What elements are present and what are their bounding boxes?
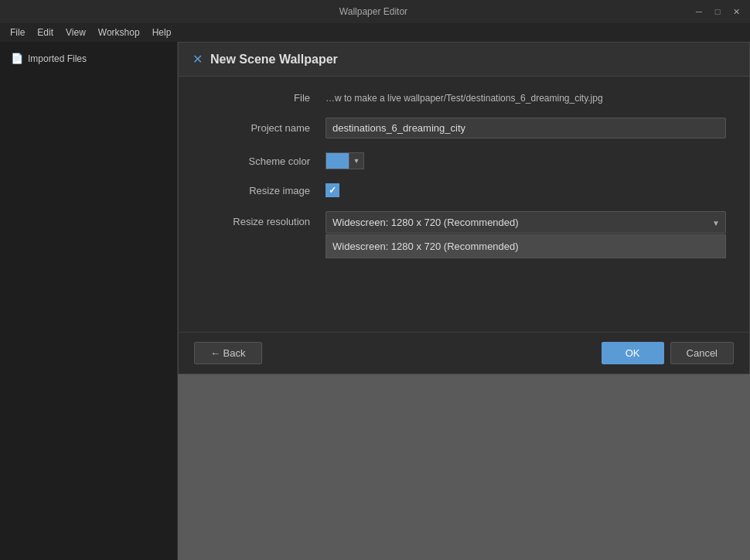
resize-image-row: Resize image ✓ — [202, 183, 726, 197]
scheme-color-value: ▼ — [326, 152, 726, 169]
file-row: File …w to make a live wallpaper/Test/de… — [202, 92, 726, 104]
file-value: …w to make a live wallpaper/Test/destina… — [326, 93, 726, 104]
preview-area — [178, 374, 750, 560]
minimize-button[interactable]: ─ — [693, 5, 705, 18]
dialog-content: File …w to make a live wallpaper/Test/de… — [179, 77, 749, 263]
resolution-dropdown-list: Widescreen: 1280 x 720 (Recommended) — [326, 234, 726, 258]
dialog-footer: ← Back OK Cancel — [179, 332, 749, 374]
project-name-label: Project name — [202, 122, 326, 134]
menu-view[interactable]: View — [60, 26, 92, 39]
menu-workshop[interactable]: Workshop — [92, 26, 146, 39]
scheme-color-label: Scheme color — [202, 155, 326, 167]
resolution-select[interactable]: Widescreen: 1280 x 720 (Recommended) — [326, 211, 726, 234]
scheme-color-row: Scheme color ▼ — [202, 152, 726, 169]
sidebar-item-label: Imported Files — [28, 53, 87, 64]
resize-resolution-row: Resize resolution Widescreen: 1280 x 720… — [202, 211, 726, 234]
color-swatch — [326, 152, 349, 169]
dropdown-item-1[interactable]: Widescreen: 1280 x 720 (Recommended) — [326, 235, 725, 258]
project-name-input[interactable] — [326, 118, 726, 138]
file-label: File — [202, 92, 326, 104]
window-controls: ─ □ ✕ — [693, 5, 742, 18]
resize-resolution-value: Widescreen: 1280 x 720 (Recommended) ▼ W… — [326, 211, 726, 234]
project-name-input-container — [326, 118, 726, 138]
cancel-button[interactable]: Cancel — [670, 342, 734, 364]
dialog-titlebar: ✕ New Scene Wallpaper — [179, 43, 749, 77]
close-button[interactable]: ✕ — [730, 5, 742, 18]
color-picker-button[interactable]: ▼ — [326, 152, 726, 169]
dialog-title: New Scene Wallpaper — [210, 53, 338, 67]
app-title: Wallpaper Editor — [54, 6, 693, 17]
menubar: File Edit View Workshop Help — [0, 23, 750, 42]
titlebar: Wallpaper Editor ─ □ ✕ — [0, 0, 750, 23]
resize-resolution-label: Resize resolution — [202, 211, 326, 227]
dialog: ✕ New Scene Wallpaper File …w to make a … — [178, 42, 750, 374]
sidebar: 📄 Imported Files — [0, 42, 178, 560]
back-button[interactable]: ← Back — [194, 342, 262, 364]
resolution-select-container: Widescreen: 1280 x 720 (Recommended) ▼ — [326, 211, 726, 234]
file-icon: 📄 — [11, 53, 23, 64]
color-dropdown-arrow[interactable]: ▼ — [349, 152, 364, 169]
check-icon: ✓ — [329, 185, 336, 196]
footer-right-buttons: OK Cancel — [602, 342, 734, 364]
menu-help[interactable]: Help — [146, 26, 178, 39]
resize-image-checkbox[interactable]: ✓ — [326, 183, 339, 197]
resize-image-label: Resize image — [202, 185, 326, 196]
sidebar-item-imported-files[interactable]: 📄 Imported Files — [6, 50, 171, 67]
maximize-button[interactable]: □ — [711, 5, 724, 18]
menu-file[interactable]: File — [4, 26, 31, 39]
menu-edit[interactable]: Edit — [31, 26, 60, 39]
resize-image-value: ✓ — [326, 183, 726, 197]
ok-button[interactable]: OK — [602, 342, 664, 364]
project-name-row: Project name — [202, 118, 726, 138]
dialog-icon: ✕ — [193, 52, 203, 67]
